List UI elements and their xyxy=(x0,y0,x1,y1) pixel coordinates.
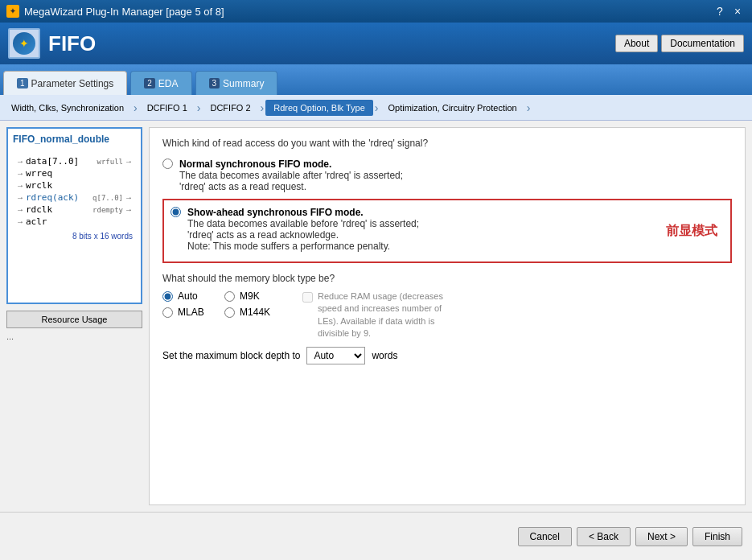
option2-highlighted-box: Show-ahead synchronous FIFO mode. The da… xyxy=(162,199,732,263)
title-bar-controls: ? × xyxy=(712,3,746,19)
close-button[interactable]: × xyxy=(729,3,746,19)
memory-m144k-radio[interactable] xyxy=(224,307,235,318)
option1-radio[interactable] xyxy=(162,159,173,169)
option2-radio[interactable] xyxy=(171,207,181,217)
header-left: ✦ FIFO xyxy=(8,28,96,59)
port-row-data: → data[7..0] wrfull → xyxy=(16,156,133,167)
tab-label-3: Summary xyxy=(223,78,264,89)
memory-m144k-option: M144K xyxy=(224,307,270,318)
breadcrumb-2[interactable]: DCFIFO 1 xyxy=(139,100,195,116)
port-right-q: q[7..0] → xyxy=(92,193,133,202)
tab-summary[interactable]: 3 Summary xyxy=(195,71,278,95)
option2-label: Show-ahead synchronous FIFO mode. xyxy=(187,207,419,218)
depth-row: Set the maximum block depth to Auto 128 … xyxy=(162,347,732,364)
header-logo: ✦ xyxy=(8,28,40,59)
option1-text: Normal synchronous FIFO mode. The data b… xyxy=(179,159,403,192)
memory-section: Auto M9K MLAB M144K Reduce RAM usage (de… xyxy=(162,290,732,340)
breadcrumb-1[interactable]: Width, Clks, Synchronization xyxy=(3,100,132,116)
port-row-rdreq: → rdreq(ack) q[7..0] → xyxy=(16,192,133,203)
cancel-button[interactable]: Cancel xyxy=(518,527,572,546)
port-name-wrreq: wrreq xyxy=(26,168,52,179)
port-name-wrclk: wrclk xyxy=(26,180,52,191)
logo-star-icon: ✦ xyxy=(19,37,29,50)
port-right-rdempty: rdempty → xyxy=(92,205,133,214)
main-content: FIFO_normal_double → data[7..0] wrfull →… xyxy=(0,121,752,512)
breadcrumb-arrow-2: › xyxy=(197,101,201,114)
reduce-ram-box: Reduce RAM usage (decreases speed and in… xyxy=(302,290,463,340)
back-button[interactable]: < Back xyxy=(577,527,631,546)
port-row-aclr: → aclr xyxy=(16,216,133,227)
memory-auto-label: Auto xyxy=(178,290,198,302)
arrow-in-wrreq: → xyxy=(16,169,24,178)
memory-m9k-radio[interactable] xyxy=(224,291,235,302)
tab-num-2: 2 xyxy=(144,78,155,89)
depth-suffix: words xyxy=(372,350,397,361)
about-button[interactable]: About xyxy=(615,35,658,52)
finish-button[interactable]: Finish xyxy=(692,527,742,546)
port-left-aclr: → aclr xyxy=(16,216,47,227)
right-panel: Which kind of read access do you want wi… xyxy=(149,127,746,505)
port-left-wrreq: → wrreq xyxy=(16,168,52,179)
tab-num-1: 1 xyxy=(17,78,28,89)
memory-mlab-radio[interactable] xyxy=(162,307,173,318)
reduce-ram-checkbox[interactable] xyxy=(302,292,313,303)
depth-label: Set the maximum block depth to xyxy=(162,350,300,361)
tab-label-2: EDA xyxy=(158,78,179,89)
tab-label-1: Parameter Settings xyxy=(31,78,114,89)
option-row-1: Normal synchronous FIFO mode. The data b… xyxy=(162,159,732,192)
memory-auto-option: Auto xyxy=(162,290,208,302)
arrow-in-aclr: → xyxy=(16,217,24,226)
port-q: q[7..0] xyxy=(92,194,123,202)
breadcrumb-3[interactable]: DCFIFO 2 xyxy=(202,100,258,116)
documentation-button[interactable]: Documentation xyxy=(661,35,744,52)
memory-m9k-option: M9K xyxy=(224,290,270,302)
memory-auto-radio[interactable] xyxy=(162,291,173,302)
help-button[interactable]: ? xyxy=(712,3,728,19)
sidebar-dots: ... xyxy=(6,331,142,341)
port-left-rdreq: → rdreq(ack) xyxy=(16,192,79,203)
component-title: FIFO_normal_double xyxy=(13,134,136,145)
arrow-out-rdempty: → xyxy=(125,205,133,214)
port-wrfull: wrfull xyxy=(97,158,123,166)
window-title: MegaWizard Plug-In Manager [page 5 of 8] xyxy=(24,6,224,18)
header: ✦ FIFO About Documentation xyxy=(0,23,752,64)
breadcrumb-4[interactable]: Rdreq Option, Blk Type xyxy=(265,100,373,116)
depth-select[interactable]: Auto 128 256 512 1024 xyxy=(306,347,365,364)
option2-text: Show-ahead synchronous FIFO mode. The da… xyxy=(187,207,419,252)
memory-m9k-label: M9K xyxy=(240,290,260,302)
tab-eda[interactable]: 2 EDA xyxy=(130,71,191,95)
title-bar: ✦ MegaWizard Plug-In Manager [page 5 of … xyxy=(0,0,752,23)
reduce-ram-text: Reduce RAM usage (decreases speed and in… xyxy=(318,290,463,340)
component-footer: 8 bits x 16 words xyxy=(16,232,133,241)
tab-parameter-settings[interactable]: 1 Parameter Settings xyxy=(3,71,127,95)
arrow-out-wrfull: → xyxy=(125,157,133,166)
arrow-out-q: → xyxy=(125,193,133,202)
port-name-aclr: aclr xyxy=(26,216,47,227)
option1-detail: The data becomes available after 'rdreq'… xyxy=(179,170,403,192)
memory-m144k-label: M144K xyxy=(240,307,270,318)
tabs-section: 1 Parameter Settings 2 EDA 3 Summary xyxy=(0,64,752,95)
breadcrumb-arrow-4: › xyxy=(375,101,379,114)
sidebar: FIFO_normal_double → data[7..0] wrfull →… xyxy=(0,121,149,512)
option-group-1: Normal synchronous FIFO mode. The data b… xyxy=(162,159,732,192)
option2-detail: The data becomes available before 'rdreq… xyxy=(187,218,419,252)
arrow-in-data: → xyxy=(16,157,24,166)
header-title: FIFO xyxy=(48,31,96,56)
rdreq-question: Which kind of read access do you want wi… xyxy=(162,138,732,149)
arrow-in-wrclk: → xyxy=(16,181,24,190)
memory-mlab-label: MLAB xyxy=(178,307,204,318)
breadcrumb-5[interactable]: Optimization, Circuitry Protection xyxy=(380,100,524,116)
component-box: FIFO_normal_double → data[7..0] wrfull →… xyxy=(6,127,142,304)
title-bar-left: ✦ MegaWizard Plug-In Manager [page 5 of … xyxy=(6,5,224,18)
port-name-rdreq: rdreq(ack) xyxy=(26,192,79,203)
arrow-in-rdreq: → xyxy=(16,193,24,202)
port-right-wrfull: wrfull → xyxy=(97,157,133,166)
next-button[interactable]: Next > xyxy=(635,527,688,546)
port-rdempty: rdempty xyxy=(92,206,123,214)
port-row-wrclk: → wrclk xyxy=(16,180,133,191)
port-left-data: → data[7..0] xyxy=(16,156,79,167)
tab-num-3: 3 xyxy=(209,78,220,89)
breadcrumb-arrow-3: › xyxy=(261,101,265,114)
resource-usage-button[interactable]: Resource Usage xyxy=(6,311,142,328)
highlighted-label: 前显模式 xyxy=(666,223,717,240)
